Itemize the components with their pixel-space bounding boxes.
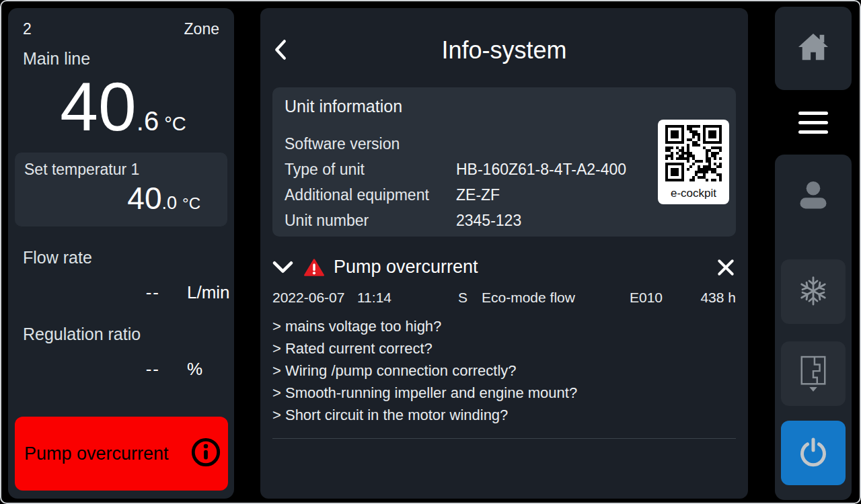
row-value: HB-160Z61-8-4T-A2-400 — [456, 157, 626, 182]
section-divider — [272, 438, 736, 439]
main-temperature: 40 .6 °C — [8, 71, 234, 143]
row-label: Type of unit — [285, 157, 456, 182]
set-temperature-card[interactable]: Set temperatur 1 40 .0 °C — [15, 153, 227, 226]
unit-information-card: Unit information Software version Type o… — [272, 87, 736, 237]
alarm-flag: S — [458, 290, 482, 306]
main-line-label: Main line — [23, 49, 234, 69]
snowflake-icon — [797, 275, 829, 309]
mold-contour-icon — [798, 354, 829, 394]
qr-label: e-cockpit — [671, 187, 716, 200]
home-icon — [798, 32, 829, 65]
set-temperature-value: 40 .0 °C — [24, 180, 218, 216]
set-temp-unit: °C — [182, 194, 200, 213]
back-button[interactable] — [274, 38, 297, 65]
flow-rate-unit: L/min — [187, 282, 231, 303]
alarm-check-item: > mains voltage too high? — [272, 315, 736, 337]
zone-panel: 2 Zone Main line 40 .6 °C Set temperatur… — [8, 8, 234, 499]
info-system-header: Info-system — [260, 8, 748, 81]
info-row-unit-number: Unit number 2345-123 — [285, 208, 724, 233]
zone-label: Zone — [184, 20, 219, 38]
alarm-mode: Eco-mode flow — [482, 290, 630, 306]
alarm-operating-hours: 438 h — [700, 290, 736, 306]
sidebar-item-user[interactable] — [796, 179, 831, 215]
zone-header: 2 Zone — [8, 8, 234, 38]
set-temp-decimal: .0 — [162, 193, 178, 214]
set-temperature-label: Set temperatur 1 — [24, 161, 218, 179]
sidebar-lower-section — [775, 155, 852, 500]
user-icon — [796, 179, 831, 215]
alarm-title: Pump overcurrent — [334, 257, 478, 278]
alarm-section: Pump overcurrent 2022-06-07 11:14 S Eco-… — [260, 257, 748, 439]
alarm-check-item: > Wiring /pump connection correctly? — [272, 360, 736, 382]
info-icon[interactable] — [190, 437, 221, 470]
row-value: 2345-123 — [456, 208, 521, 233]
alarm-detail-row: 2022-06-07 11:14 S Eco-mode flow E010 43… — [272, 290, 736, 306]
alarm-time: 11:14 — [357, 290, 458, 306]
info-system-panel: Info-system Unit information Software ve… — [260, 8, 748, 499]
flow-rate-label: Flow rate — [23, 248, 234, 267]
unit-information-heading: Unit information — [285, 97, 724, 116]
alarm-check-item: > Short circuit in the motor winding? — [272, 404, 736, 426]
hamburger-menu-icon — [798, 112, 828, 134]
power-button[interactable] — [781, 421, 846, 485]
sidebar-item-home[interactable] — [775, 7, 852, 90]
page-title: Info-system — [260, 8, 748, 65]
alarm-entry-header: Pump overcurrent — [272, 257, 736, 278]
regulation-ratio-label: Regulation ratio — [23, 325, 234, 344]
flow-rate-value: -- — [146, 282, 160, 303]
row-value: ZE-ZF — [456, 182, 500, 208]
hmi-screen: 2 Zone Main line 40 .6 °C Set temperatur… — [0, 0, 861, 504]
row-label: Additional equipment — [285, 182, 456, 208]
alarm-banner[interactable]: Pump overcurrent — [15, 417, 228, 491]
main-temp-decimal: .6 — [137, 106, 159, 136]
alarm-error-code: E010 — [630, 290, 700, 306]
cooling-button[interactable] — [781, 259, 846, 324]
alarm-date: 2022-06-07 — [272, 290, 357, 306]
alarm-check-list: > mains voltage too high? > Rated curren… — [272, 315, 736, 426]
flow-rate-row: -- L/min — [8, 282, 234, 303]
zone-number: 2 — [23, 20, 32, 38]
set-temp-integer: 40 — [127, 180, 161, 216]
chevron-down-icon[interactable] — [272, 261, 293, 274]
row-label: Unit number — [285, 208, 456, 233]
sidebar-item-menu-active[interactable] — [775, 90, 852, 155]
e-cockpit-qr-card[interactable]: e-cockpit — [658, 120, 729, 204]
regulation-ratio-unit: % — [187, 359, 231, 380]
power-icon — [797, 436, 829, 470]
sidebar-nav — [775, 7, 852, 500]
qr-code — [664, 124, 723, 185]
main-temp-unit: °C — [164, 113, 186, 135]
regulation-ratio-row: -- % — [8, 359, 234, 380]
chevron-left-icon — [274, 39, 287, 63]
close-icon[interactable] — [716, 257, 736, 278]
row-label: Software version — [285, 131, 456, 157]
alarm-check-item: > Smooth-running impeller and engine mou… — [272, 382, 736, 404]
main-temp-integer: 40 — [60, 71, 136, 143]
regulation-ratio-value: -- — [146, 359, 160, 380]
alarm-banner-label: Pump overcurrent — [24, 444, 169, 464]
warning-triangle-icon — [304, 258, 324, 277]
alarm-check-item: > Rated current correct? — [272, 337, 736, 360]
mold-contour-button[interactable] — [781, 341, 846, 406]
